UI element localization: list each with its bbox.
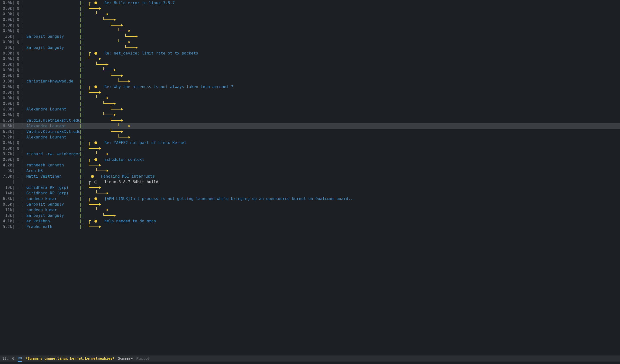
thread-child-arrow-icon [89, 146, 102, 151]
thread-child-arrow-icon [89, 90, 102, 95]
separator: | [19, 78, 27, 84]
unread-dot-icon [91, 175, 94, 178]
thread-indicator [84, 67, 117, 73]
summary-row[interactable]: 0.0k| Q | || [0, 112, 620, 118]
unread-dot-icon [94, 220, 97, 223]
thread-child-arrow-icon [103, 101, 117, 106]
summary-row[interactable]: 19k| . | Giridhara RP (grp)|| [0, 185, 620, 190]
thread-child-arrow-icon [118, 28, 131, 34]
column-divider: || [79, 201, 84, 207]
summary-row[interactable]: 6.0k| . | Alexandre Laurent|| [0, 106, 620, 112]
summary-row[interactable]: 0.0k| Q | || scheduler context [0, 157, 620, 162]
summary-row[interactable]: 0.0k| Q | || Re: YAFFS2 not part of Linu… [0, 140, 620, 146]
read-mark: . [15, 118, 19, 123]
summary-row[interactable]: 0.0k| Q | || [0, 95, 620, 101]
summary-row[interactable]: 36k| . | Sarbojit Ganguly|| [0, 34, 620, 39]
author: Giridhara RP (grp) [27, 185, 79, 190]
summary-row[interactable]: 8.5k| . | Sarbojit Ganguly|| [0, 201, 620, 207]
message-size [0, 179, 12, 185]
summary-row[interactable]: 6.3k| . | sandeep kumar|| [ARM-LINUX]Ini… [0, 196, 620, 201]
read-mark: Q [15, 140, 19, 146]
summary-row[interactable]: 0.0k| Q | || [0, 67, 620, 73]
message-size: 11k [0, 207, 12, 213]
summary-row[interactable]: 0.0k| Q | || [0, 146, 620, 151]
column-divider: || [79, 146, 84, 151]
summary-row[interactable]: 6.5k| . | Valdis.Kletnieks@vt.edu|| [0, 118, 620, 123]
summary-row[interactable]: 39k| . | Sarbojit Ganguly|| [0, 45, 620, 50]
summary-row[interactable]: 3.8k| . | christian+kn@wwad.de|| [0, 78, 620, 84]
message-size: 0.0k [0, 6, 12, 11]
column-divider: || [79, 28, 84, 34]
summary-row[interactable]: 7.8k| . | Matti Vaittinen|| Handling MSI… [0, 173, 620, 179]
read-mark: . [15, 224, 19, 229]
read-mark: . [15, 134, 19, 140]
summary-row[interactable]: 4.1k| . | er krishna|| help needed to do… [0, 218, 620, 224]
message-size: 9k [0, 168, 12, 173]
summary-row[interactable]: 0.0k| Q | || [0, 39, 620, 45]
summary-row[interactable]: 0.0k| Q | || [0, 6, 620, 11]
column-divider: || [79, 45, 84, 50]
summary-row[interactable]: 3.7k| . | richard -rw- weinberger|| [0, 151, 620, 157]
thread-child-arrow-icon [96, 11, 109, 17]
message-size: 0.0k [0, 0, 12, 6]
thread-indicator [84, 179, 100, 185]
summary-row[interactable]: 0.0k| Q | || Re: Why the niceness is not… [0, 84, 620, 90]
summary-row[interactable]: 11k| . | sandeep kumar|| [0, 207, 620, 213]
summary-row[interactable]: | | || linux-3.8.7 64bit build [0, 179, 620, 185]
summary-row[interactable]: 0.0k| Q | || [0, 56, 620, 61]
summary-row[interactable]: 6.3k| . | Valdis.Kletnieks@vt.edu|| [0, 129, 620, 134]
summary-row[interactable]: 0.0k| Q | || [0, 28, 620, 34]
summary-row[interactable]: 0.0k| Q | || [0, 90, 620, 95]
column-divider: || [79, 6, 84, 11]
summary-row[interactable]: 7.2k| . | Alexandre Laurent|| [0, 134, 620, 140]
message-size: 0.0k [0, 90, 12, 95]
summary-row[interactable]: 0.0k| Q | || [0, 17, 620, 22]
message-list[interactable]: 0.0k| Q | || Re: Build error in linux-3.… [0, 0, 620, 229]
thread-indicator [84, 123, 131, 129]
separator: | [12, 224, 15, 229]
column-divider: || [79, 173, 84, 179]
author [27, 6, 79, 11]
summary-row[interactable]: 0.0k| Q | || Re: Build error in linux-3.… [0, 0, 620, 6]
column-divider: || [79, 140, 84, 146]
thread-indicator [84, 78, 131, 84]
summary-row[interactable]: 14k| . | Giridhara RP (grp)|| [0, 190, 620, 196]
read-mark: . [15, 185, 19, 190]
summary-row[interactable]: 0.0k| Q | || [0, 22, 620, 28]
summary-row[interactable]: 5.2k| . | Prabhu nath|| [0, 224, 620, 229]
summary-row[interactable]: 13k| . | Sarbojit Ganguly|| [0, 213, 620, 218]
author [27, 90, 79, 95]
summary-row[interactable]: 0.0k| Q | || [0, 11, 620, 17]
thread-indicator [84, 185, 102, 190]
unread-dot-icon [94, 197, 97, 200]
thread-indicator [84, 45, 139, 50]
summary-row[interactable]: 0.0k| Q | || Re: net_device: limit rate … [0, 50, 620, 56]
separator: | [19, 218, 27, 224]
separator: | [12, 185, 15, 190]
summary-row[interactable]: 0.0k| Q | || [0, 73, 620, 78]
column-divider: || [79, 95, 84, 101]
thread-indicator [84, 151, 109, 157]
summary-row[interactable]: 4.2k| . | ratheesh kannoth|| [0, 162, 620, 168]
thread-indicator [84, 28, 131, 34]
thread-child-arrow-icon [89, 56, 102, 61]
column-divider: || [79, 84, 84, 90]
summary-row[interactable]: 0.0k| Q | || [0, 61, 620, 67]
read-mark: Q [15, 90, 19, 95]
summary-row[interactable]: 0.0k| Q | || [0, 101, 620, 106]
summary-row[interactable]: 6.6k| . | Alexandre Laurent|| [0, 123, 620, 129]
separator: | [19, 73, 27, 78]
author: sandeep kumar [27, 207, 79, 213]
separator: | [19, 146, 27, 151]
thread-child-arrow-icon [103, 213, 117, 218]
separator: | [12, 157, 15, 162]
subject: Re: net_device: limit rate ot tx packets [104, 50, 198, 56]
message-size: 8.5k [0, 201, 12, 207]
read-mark: Q [15, 95, 19, 101]
column-divider: || [79, 17, 84, 22]
separator: | [19, 151, 27, 157]
thread-indicator [84, 218, 100, 224]
read-mark: . [15, 123, 19, 129]
thread-child-arrow-icon [110, 73, 124, 78]
summary-row[interactable]: 9k| . | Arun KS|| [0, 168, 620, 173]
